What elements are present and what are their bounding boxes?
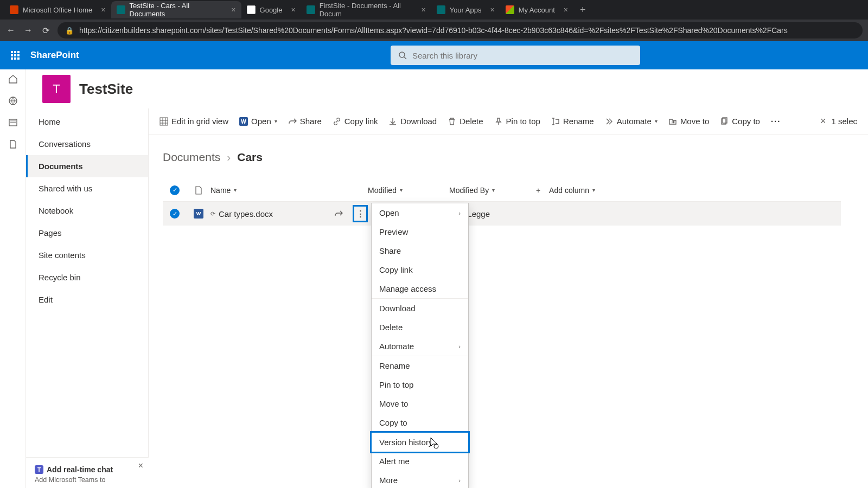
- more-actions-button[interactable]: ⋮: [353, 205, 368, 222]
- breadcrumb: Documents › Cars: [163, 151, 263, 164]
- home-icon[interactable]: [8, 74, 18, 85]
- rename-button[interactable]: Rename: [551, 117, 594, 126]
- nav-item-site-contents[interactable]: Site contents: [26, 244, 148, 266]
- cmd-label: Copy link: [344, 117, 378, 126]
- nav-item-pages[interactable]: Pages: [26, 222, 148, 244]
- ctx-automate[interactable]: Automate›: [372, 337, 468, 356]
- ctx-move-to[interactable]: Move to: [372, 394, 468, 413]
- copy-link-button[interactable]: Copy link: [333, 117, 378, 126]
- ctx-manage-access[interactable]: Manage access: [372, 279, 468, 298]
- ctx-alert-me[interactable]: Alert me: [372, 452, 468, 471]
- word-icon: W: [239, 117, 248, 126]
- modified-column-header[interactable]: Modified▾: [368, 186, 449, 195]
- selection-text: 1 selec: [831, 117, 857, 126]
- edit-grid-view-button[interactable]: Edit in grid view: [159, 117, 228, 126]
- ctx-rename[interactable]: Rename: [372, 356, 468, 375]
- more-commands-button[interactable]: ···: [771, 117, 781, 126]
- ctx-share[interactable]: Share: [372, 241, 468, 260]
- chevron-down-icon: ▾: [592, 187, 595, 193]
- browser-tab[interactable]: Google×: [241, 1, 301, 18]
- new-tab-button[interactable]: +: [573, 4, 592, 16]
- url-bar[interactable]: 🔒 https://citizenbuilders.sharepoint.com…: [58, 22, 863, 38]
- automate-button[interactable]: Automate▾: [605, 117, 658, 126]
- browser-tab[interactable]: TestSite - Cars - All Documents×: [111, 1, 241, 18]
- ctx-label: Download: [379, 304, 416, 313]
- select-all[interactable]: ✓: [163, 185, 187, 195]
- globe-icon[interactable]: [8, 95, 18, 106]
- tab-close-icon[interactable]: ×: [564, 5, 568, 14]
- open-button[interactable]: WOpen▾: [239, 117, 277, 126]
- svg-rect-6: [160, 118, 168, 125]
- tab-label: TestSite - Cars - All Documents: [130, 2, 223, 18]
- nav-item-notebook[interactable]: Notebook: [26, 200, 148, 222]
- breadcrumb-parent[interactable]: Documents: [163, 151, 220, 164]
- tab-label: My Account: [519, 6, 555, 14]
- reload-button[interactable]: ⟳: [40, 25, 51, 36]
- share-icon[interactable]: [334, 209, 349, 218]
- forward-button[interactable]: →: [23, 25, 34, 35]
- ctx-version-history[interactable]: Version history: [372, 433, 468, 452]
- browser-tab[interactable]: Your Apps×: [431, 1, 500, 18]
- nav-item-edit[interactable]: Edit: [26, 288, 148, 311]
- ctx-open[interactable]: Open›: [372, 203, 468, 222]
- nav-item-recycle-bin[interactable]: Recycle bin: [26, 266, 148, 288]
- word-icon: W: [194, 209, 203, 219]
- browser-tab[interactable]: FirstSite - Documents - All Docum×: [301, 1, 431, 18]
- svg-text:T: T: [37, 467, 41, 473]
- ctx-copy-to[interactable]: Copy to: [372, 413, 468, 432]
- ctx-pin-to-top[interactable]: Pin to top: [372, 375, 468, 394]
- move-to-button[interactable]: Move to: [668, 117, 709, 126]
- file-name: Car types.docx: [219, 209, 273, 219]
- ctx-preview[interactable]: Preview: [372, 222, 468, 241]
- search-box[interactable]: [391, 46, 640, 65]
- file-name-cell[interactable]: ⟳ Car types.docx ⋮: [210, 205, 368, 222]
- copy-to-button[interactable]: Copy to: [720, 117, 760, 126]
- nav-item-shared-with-us[interactable]: Shared with us: [26, 177, 148, 200]
- pin-to-top-button[interactable]: Pin to top: [494, 117, 540, 126]
- tab-close-icon[interactable]: ×: [101, 5, 105, 14]
- list-header: ✓ Name▾ Modified▾ Modified By▾ + Add col…: [163, 179, 841, 202]
- teams-promo: × T Add real-time chat Add Microsoft Tea…: [26, 457, 149, 488]
- name-column-header[interactable]: Name▾: [210, 186, 368, 195]
- delete-button[interactable]: Delete: [448, 117, 483, 126]
- news-icon[interactable]: [8, 117, 18, 128]
- cmd-label: Copy to: [732, 117, 760, 126]
- url-text: https://citizenbuilders.sharepoint.com/s…: [79, 26, 788, 35]
- back-button[interactable]: ←: [5, 25, 16, 35]
- ctx-label: Move to: [379, 399, 408, 408]
- ctx-copy-link[interactable]: Copy link: [372, 260, 468, 279]
- command-bar: Edit in grid view WOpen▾ Share Copy link…: [149, 108, 868, 134]
- add-column-button[interactable]: + Add column▾: [536, 186, 841, 195]
- promo-close-button[interactable]: ×: [138, 461, 143, 471]
- ctx-label: Automate: [379, 342, 414, 351]
- brand-name[interactable]: SharePoint: [30, 50, 79, 61]
- search-input[interactable]: [412, 51, 633, 60]
- type-column[interactable]: [187, 186, 210, 195]
- app-launcher[interactable]: [2, 42, 28, 68]
- share-button[interactable]: Share: [288, 117, 322, 126]
- row-selector[interactable]: ✓: [163, 209, 187, 219]
- ctx-download[interactable]: Download: [372, 299, 468, 318]
- file-type-icon: W: [187, 209, 210, 219]
- delete-icon: [448, 117, 456, 126]
- clear-selection-button[interactable]: ×: [820, 115, 826, 127]
- file-row[interactable]: ✓ W ⟳ Car types.docx ⋮ enry Legge: [163, 202, 841, 226]
- nav-item-conversations[interactable]: Conversations: [26, 133, 148, 155]
- tab-close-icon[interactable]: ×: [231, 5, 235, 14]
- browser-tab[interactable]: Microsoft Office Home×: [4, 1, 111, 18]
- ctx-label: Alert me: [379, 457, 410, 466]
- site-title[interactable]: TestSite: [79, 81, 133, 98]
- ctx-delete[interactable]: Delete: [372, 318, 468, 337]
- nav-item-documents[interactable]: Documents: [26, 155, 148, 177]
- browser-tab[interactable]: My Account×: [500, 1, 573, 18]
- tab-close-icon[interactable]: ×: [490, 5, 494, 14]
- files-icon[interactable]: [8, 139, 18, 150]
- tab-close-icon[interactable]: ×: [421, 5, 425, 14]
- modifiedby-column-header[interactable]: Modified By▾: [449, 186, 536, 195]
- cmd-label: Pin to top: [506, 117, 540, 126]
- nav-item-home[interactable]: Home: [26, 111, 148, 133]
- site-logo[interactable]: T: [42, 75, 71, 103]
- tab-close-icon[interactable]: ×: [291, 5, 295, 14]
- ctx-more[interactable]: More›: [372, 471, 468, 488]
- download-button[interactable]: Download: [388, 117, 437, 126]
